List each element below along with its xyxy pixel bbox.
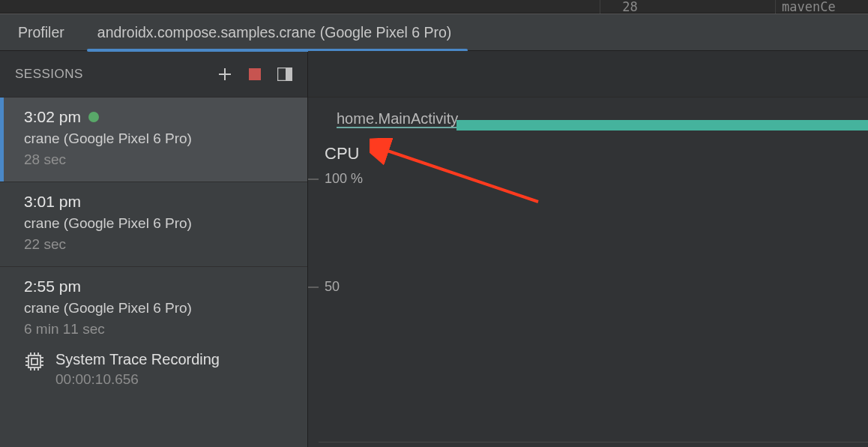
editor-strip: 28 mavenCe xyxy=(0,0,868,14)
sessions-header: SESSIONS xyxy=(0,51,307,98)
line-number: 28 xyxy=(600,0,660,14)
session-item[interactable]: 3:02 pm crane (Google Pixel 6 Pro) 28 se… xyxy=(0,98,307,182)
profiler-main-panel: home.MainActivity CPU 100 % 50 xyxy=(308,51,868,447)
session-duration: 22 sec xyxy=(24,236,294,253)
activity-running-segment xyxy=(456,120,868,130)
trace-recording-row[interactable]: System Trace Recording 00:00:10.656 xyxy=(24,351,294,388)
add-session-button[interactable] xyxy=(216,65,234,83)
activity-name: home.MainActivity xyxy=(337,110,458,129)
session-device: crane (Google Pixel 6 Pro) xyxy=(24,215,294,232)
profiler-tab-bar: Profiler androidx.compose.samples.crane … xyxy=(0,14,868,51)
section-divider xyxy=(319,442,868,442)
y-tick-100-label: 100 % xyxy=(325,171,363,187)
trace-duration: 00:00:10.656 xyxy=(55,371,220,388)
svg-rect-4 xyxy=(31,358,37,364)
svg-rect-2 xyxy=(286,68,292,80)
session-item[interactable]: 2:55 pm crane (Google Pixel 6 Pro) 6 min… xyxy=(0,267,307,401)
trace-label: System Trace Recording xyxy=(55,351,220,368)
timeline-header-strip xyxy=(308,51,868,98)
stop-session-button[interactable] xyxy=(246,65,264,83)
tab-process-label: androidx.compose.samples.crane (Google P… xyxy=(97,24,452,41)
y-tick-50: 50 xyxy=(308,279,340,295)
tab-profiler-label: Profiler xyxy=(18,24,64,41)
session-time: 3:01 pm xyxy=(24,193,81,211)
session-device: crane (Google Pixel 6 Pro) xyxy=(24,130,294,147)
tab-process[interactable]: androidx.compose.samples.crane (Google P… xyxy=(82,14,467,51)
session-duration: 28 sec xyxy=(24,152,294,168)
sessions-title: SESSIONS xyxy=(15,67,216,82)
stop-icon xyxy=(248,68,262,81)
y-tick-50-label: 50 xyxy=(325,279,340,295)
sessions-controls xyxy=(216,65,307,83)
annotation-arrow-icon xyxy=(370,138,549,213)
tick-mark-icon xyxy=(308,178,319,180)
cpu-section-label: CPU xyxy=(325,144,359,164)
session-time: 2:55 pm xyxy=(24,278,81,296)
tick-mark-icon xyxy=(308,286,319,288)
svg-rect-0 xyxy=(249,68,261,80)
session-time: 3:02 pm xyxy=(24,108,81,126)
tab-profiler[interactable]: Profiler xyxy=(3,14,79,51)
session-duration: 6 min 11 sec xyxy=(24,321,294,338)
session-item[interactable]: 3:01 pm crane (Google Pixel 6 Pro) 22 se… xyxy=(0,182,307,267)
svg-rect-3 xyxy=(28,356,40,368)
activity-bar: home.MainActivity xyxy=(337,106,868,129)
plus-icon xyxy=(217,67,232,82)
editor-text-fragment: mavenCe xyxy=(775,0,868,14)
sessions-sidebar: SESSIONS 3:02 pm crane (Google Pixel 6 P… xyxy=(0,51,308,447)
live-indicator-icon xyxy=(88,112,99,122)
cpu-chart-area[interactable]: home.MainActivity CPU 100 % 50 xyxy=(308,98,868,447)
session-device: crane (Google Pixel 6 Pro) xyxy=(24,300,294,316)
cpu-chip-icon xyxy=(24,351,45,372)
panel-toggle-icon xyxy=(277,68,292,81)
y-tick-100: 100 % xyxy=(308,171,363,187)
svg-line-5 xyxy=(383,149,538,202)
panel-toggle-button[interactable] xyxy=(276,65,294,83)
